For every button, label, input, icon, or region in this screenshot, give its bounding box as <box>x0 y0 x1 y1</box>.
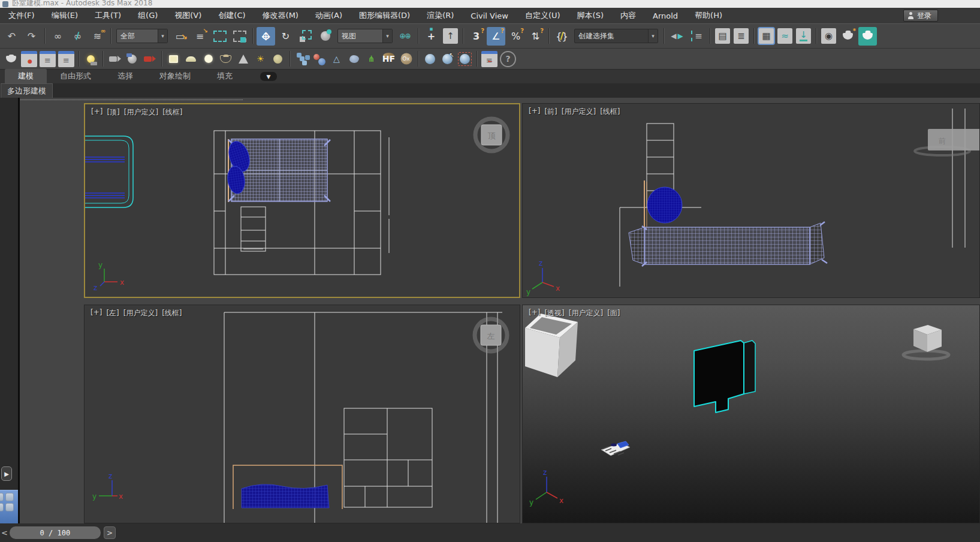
sphere-light-icon[interactable] <box>270 51 286 67</box>
render-window-icon[interactable]: ● <box>21 51 37 67</box>
keyboard-override-icon[interactable]: ↑ <box>443 28 458 44</box>
align-icon[interactable] <box>687 27 706 46</box>
menu-content[interactable]: 内容 <box>612 8 644 23</box>
viewport-bottom_right-shading-menu[interactable]: [面] <box>607 308 620 318</box>
help-icon[interactable]: ? <box>500 51 516 67</box>
bed-left-wireframe[interactable] <box>233 465 342 509</box>
tv-top-wireframe[interactable] <box>85 136 133 207</box>
viewport-perspective-canvas[interactable]: z y x <box>523 305 980 523</box>
select-and-link-icon[interactable]: ∞ <box>49 27 67 46</box>
light-lister-icon[interactable] <box>83 51 99 67</box>
viewport-top_right-preset-menu[interactable]: [用户定义] <box>562 107 596 117</box>
menu-animation[interactable]: 动画(A) <box>307 8 351 23</box>
viewport-bottom_right-pov-menu[interactable]: [透视] <box>544 308 564 318</box>
scene-explorer-icon[interactable]: ▤ <box>715 28 730 44</box>
ribbon-tab-object-paint[interactable]: 对象绘制 <box>146 69 204 83</box>
viewport-top_left-preset-menu[interactable]: [用户定义] <box>124 107 158 118</box>
window-crossing-icon[interactable] <box>230 27 249 46</box>
bind-to-space-warp-icon[interactable]: ≋∞ <box>88 27 107 46</box>
render-presets-icon[interactable] <box>40 51 56 67</box>
next-frame-button[interactable]: > <box>104 526 116 539</box>
rect-light-icon[interactable] <box>165 51 182 67</box>
sim-select-icon[interactable] <box>457 51 473 67</box>
viewport-bottom_right-preset-menu[interactable]: [用户定义] <box>569 308 603 318</box>
bed-front-wireframe[interactable] <box>629 180 827 266</box>
viewport-bottom_left-preset-menu[interactable]: [用户定义] <box>123 308 158 318</box>
viewport-top_right-shading-menu[interactable]: [线框] <box>600 107 620 117</box>
material-editor-icon[interactable]: ◉ <box>821 28 836 44</box>
dome-light-icon[interactable] <box>183 51 199 67</box>
fluid-sphere-icon[interactable] <box>422 51 438 67</box>
viewport-front-canvas[interactable]: 前 z y x <box>523 104 980 298</box>
angle-snap-icon[interactable]: ∠? <box>487 27 505 46</box>
menu-rendering[interactable]: 渲染(R) <box>418 8 462 23</box>
viewport-top_left-shading-menu[interactable]: [线框] <box>162 107 182 118</box>
named-selection-sets-icon[interactable]: {}∕ <box>553 27 571 46</box>
ribbon-tab-populate[interactable]: 填充 <box>204 69 246 83</box>
render-setup-icon[interactable]: * <box>839 27 857 46</box>
viewcube[interactable]: 顶 <box>475 119 508 151</box>
viewport-top[interactable]: [+][顶][用户定义][线框] <box>84 103 520 298</box>
box-array-icon[interactable] <box>294 51 310 67</box>
render-teapot-icon[interactable] <box>3 51 19 67</box>
ribbon-tab-modeling[interactable]: 建模 <box>5 69 47 83</box>
menu-tools[interactable]: 工具(T) <box>86 8 129 23</box>
sun-light-icon[interactable]: ☀ <box>252 51 269 67</box>
select-and-move-icon[interactable] <box>257 27 275 46</box>
ribbon-toggle-icon[interactable]: ▦ <box>759 28 774 44</box>
viewport-top-canvas[interactable]: 顶 y x z <box>85 104 520 298</box>
wardrobe-wireframe[interactable] <box>344 408 432 507</box>
ribbon-overflow-button[interactable]: ▼ <box>260 72 277 81</box>
viewport-top_left-general-menu[interactable]: [+] <box>91 107 102 118</box>
ornatrix-icon[interactable]: Ox <box>398 51 414 67</box>
schematic-view-icon[interactable]: ↓ <box>796 28 811 44</box>
physical-camera-icon[interactable] <box>141 51 158 67</box>
rendered-frame-window-icon[interactable] <box>858 27 877 46</box>
undo-icon[interactable]: ↶ <box>2 27 21 46</box>
unlink-selection-icon[interactable]: ∞∕ <box>68 27 87 46</box>
menu-arnold[interactable]: Arnold <box>644 8 686 23</box>
time-slider-track[interactable]: 0 / 100 <box>10 526 101 539</box>
disc-light-icon[interactable] <box>200 51 216 67</box>
login-button[interactable]: 登录 <box>903 10 938 22</box>
previous-frame-icon[interactable]: < <box>1 528 8 537</box>
select-and-scale-icon[interactable] <box>296 27 315 46</box>
doc-transfer-icon[interactable]: ← <box>481 51 497 67</box>
ribbon-tab-freeform[interactable]: 自由形式 <box>47 69 104 83</box>
viewport-left[interactable]: [+][左][用户定义][线框] <box>84 305 520 523</box>
menu-group[interactable]: 组(G) <box>129 8 166 23</box>
grass-icon[interactable]: ⋔ <box>363 51 379 67</box>
render-settings-icon[interactable] <box>58 51 74 67</box>
viewport-perspective[interactable]: [+][透视][用户定义][面] <box>522 305 980 523</box>
menu-views[interactable]: 视图(V) <box>166 8 210 23</box>
teapot-wire-icon[interactable] <box>218 51 234 67</box>
redo-icon[interactable]: ↷ <box>22 27 41 46</box>
viewport-bottom_left-general-menu[interactable]: [+] <box>91 308 102 318</box>
rectangular-selection-icon[interactable] <box>210 27 229 46</box>
menu-file[interactable]: 文件(F) <box>0 8 43 23</box>
percent-snap-icon[interactable]: %? <box>506 27 525 46</box>
camera-sphere-icon[interactable] <box>124 51 140 67</box>
menu-customize[interactable]: 自定义(U) <box>517 8 569 23</box>
viewport-top_right-general-menu[interactable]: [+] <box>529 107 540 117</box>
select-by-name-icon[interactable]: ≡↘ <box>191 27 209 46</box>
white-box-object[interactable] <box>525 314 578 377</box>
menu-civil-view[interactable]: Civil View <box>462 8 517 23</box>
viewport-bottom_left-shading-menu[interactable]: [线框] <box>162 308 182 318</box>
create-camera-icon[interactable] <box>107 51 123 67</box>
small-bed-object[interactable] <box>601 441 630 456</box>
select-and-rotate-icon[interactable]: ↻ <box>276 27 295 46</box>
viewcube[interactable]: 前 <box>915 129 980 155</box>
layer-explorer-icon[interactable]: ≣ <box>734 28 749 44</box>
menu-modifiers[interactable]: 修改器(M) <box>254 8 307 23</box>
viewport-left-canvas[interactable]: 左 z y x <box>85 305 520 523</box>
menu-help[interactable]: 帮助(H) <box>686 8 731 23</box>
viewport-top_right-pov-menu[interactable]: [前] <box>544 107 557 117</box>
snaps-toggle-icon[interactable]: 3? <box>467 27 486 46</box>
viewport-bottom_left-pov-menu[interactable]: [左] <box>106 308 119 318</box>
dock-divider[interactable] <box>18 98 20 523</box>
viewport-top_left-pov-menu[interactable]: [顶] <box>107 107 119 118</box>
dock-grid-icon[interactable] <box>0 490 20 523</box>
menu-scripting[interactable]: 脚本(S) <box>569 8 612 23</box>
ribbon-tab-selection[interactable]: 选择 <box>104 69 146 83</box>
